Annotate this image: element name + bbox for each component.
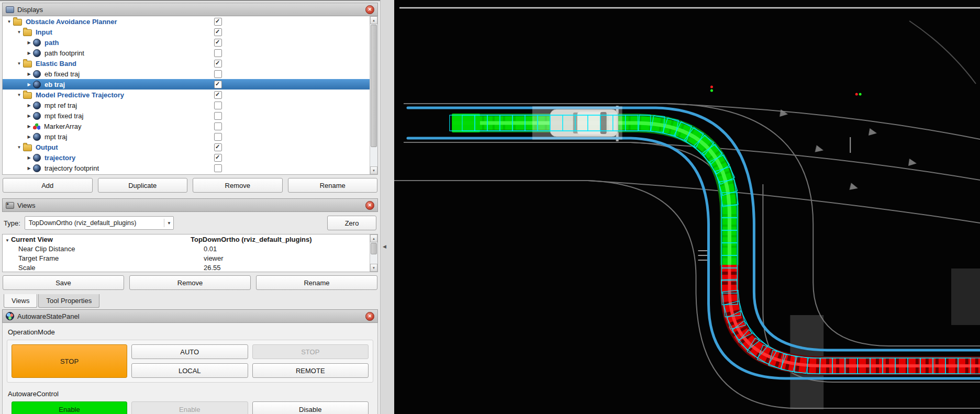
enable-active-button[interactable]: Enable xyxy=(12,401,127,414)
zero-button[interactable]: Zero xyxy=(327,216,376,230)
operation-mode-group: STOP AUTO STOP LOCAL REMOTE xyxy=(7,340,373,383)
scroll-up-icon[interactable]: ▲ xyxy=(370,234,377,242)
tree-row-path[interactable]: ▶path xyxy=(3,37,370,48)
rename-view-button[interactable]: Rename xyxy=(256,275,377,290)
displays-panel: Displays ✕ ▼Obstacle Avoidance Planner ▼… xyxy=(2,3,378,197)
expand-arrow-icon[interactable]: ▼ xyxy=(16,93,23,97)
autoware-control-group: Enable Enable Disable xyxy=(12,401,369,414)
save-button[interactable]: Save xyxy=(3,275,124,290)
scroll-up-icon[interactable]: ▲ xyxy=(370,16,377,24)
displays-close-icon[interactable]: ✕ xyxy=(365,5,374,14)
visibility-checkbox[interactable] xyxy=(214,60,222,68)
tree-row-trajectory-footprint[interactable]: ▶trajectory footprint xyxy=(3,163,370,173)
expand-arrow-icon[interactable]: ▶ xyxy=(26,114,32,118)
visibility-checkbox[interactable] xyxy=(214,154,222,162)
tree-row-eb-traj[interactable]: ▶eb traj xyxy=(3,79,370,89)
displays-panel-icon xyxy=(6,6,14,13)
expand-arrow-icon[interactable]: ▶ xyxy=(26,72,32,76)
expand-arrow-icon[interactable]: ▶ xyxy=(26,103,32,108)
remote-button[interactable]: REMOTE xyxy=(252,363,369,378)
rviz-3d-view[interactable] xyxy=(394,0,980,414)
autoware-close-icon[interactable]: ✕ xyxy=(365,312,374,321)
tree-row-path-footprint[interactable]: ▶path footprint xyxy=(3,48,370,58)
operation-mode-label: OperationMode xyxy=(8,328,373,336)
expand-arrow-icon[interactable]: ▶ xyxy=(26,124,32,129)
visibility-checkbox[interactable] xyxy=(214,28,222,36)
expand-arrow-icon[interactable]: ▶ xyxy=(26,82,32,87)
view-type-dropdown[interactable]: TopDownOrtho (rviz_default_plugins) ▼ xyxy=(25,216,174,230)
property-row-target-frame[interactable]: Target Frame viewer xyxy=(3,253,370,263)
tab-tool-properties[interactable]: Tool Properties xyxy=(38,294,99,308)
tree-row-eb-fixed-traj[interactable]: ▶eb fixed traj xyxy=(3,69,370,79)
stop-active-button[interactable]: STOP xyxy=(12,344,127,378)
views-close-icon[interactable]: ✕ xyxy=(365,201,374,210)
visibility-checkbox[interactable] xyxy=(214,18,222,26)
scroll-thumb[interactable] xyxy=(371,25,377,147)
display-icon xyxy=(33,39,41,47)
views-scrollbar[interactable]: ▲ ▼ xyxy=(370,234,377,272)
visibility-checkbox[interactable] xyxy=(214,143,222,151)
expand-arrow-icon[interactable]: ▼ xyxy=(16,30,23,35)
visibility-checkbox[interactable] xyxy=(214,122,222,130)
tree-row-mpt-traj[interactable]: ▶mpt traj xyxy=(3,131,370,142)
tree-row-model-predictive-trajectory[interactable]: ▼Model Predictive Trajectory xyxy=(3,89,370,100)
vehicle-bounding-box xyxy=(532,106,622,140)
visibility-checkbox[interactable] xyxy=(214,102,222,109)
scroll-down-icon[interactable]: ▼ xyxy=(370,264,377,272)
enable-disabled-button: Enable xyxy=(131,401,248,414)
visibility-checkbox[interactable] xyxy=(214,112,222,120)
expand-arrow-icon[interactable]: ▶ xyxy=(26,40,32,45)
add-button[interactable]: Add xyxy=(3,178,93,193)
property-row-scale[interactable]: Scale 26.55 xyxy=(3,263,370,272)
views-titlebar[interactable]: Views ✕ xyxy=(2,198,378,212)
tree-row-elastic-band[interactable]: ▼Elastic Band xyxy=(3,58,370,69)
side-panel-column: Displays ✕ ▼Obstacle Avoidance Planner ▼… xyxy=(0,0,380,414)
folder-icon xyxy=(13,19,22,26)
panel-splitter[interactable]: ◀ xyxy=(380,0,394,414)
remove-button[interactable]: Remove xyxy=(193,178,283,193)
tree-row-input[interactable]: ▼Input xyxy=(3,27,370,37)
tree-row-output[interactable]: ▼Output xyxy=(3,142,370,152)
autoware-titlebar[interactable]: AutowareStatePanel ✕ xyxy=(2,309,378,323)
views-panel-icon xyxy=(6,202,14,209)
bottom-tabs: Views Tool Properties xyxy=(2,294,378,308)
expand-arrow-icon[interactable]: ▶ xyxy=(26,51,32,55)
duplicate-button[interactable]: Duplicate xyxy=(98,178,188,193)
expand-arrow-icon[interactable]: ▼ xyxy=(16,145,23,150)
tree-row-trajectory[interactable]: ▶trajectory xyxy=(3,152,370,163)
remove-view-button[interactable]: Remove xyxy=(129,275,251,290)
expand-arrow-icon[interactable]: ▼ xyxy=(6,19,13,24)
displays-scrollbar[interactable]: ▲ ▼ xyxy=(370,16,377,174)
tab-views[interactable]: Views xyxy=(4,294,37,308)
expand-arrow-icon[interactable]: ▼ xyxy=(5,238,9,243)
visibility-checkbox[interactable] xyxy=(214,39,222,47)
rename-button[interactable]: Rename xyxy=(288,178,378,193)
scroll-thumb[interactable] xyxy=(371,243,377,254)
visibility-checkbox[interactable] xyxy=(214,164,222,172)
tree-row-marker-array[interactable]: ▶MarkerArray xyxy=(3,121,370,131)
visibility-checkbox[interactable] xyxy=(214,133,222,141)
visibility-checkbox[interactable] xyxy=(214,91,222,99)
tree-row-obstacle-avoidance-planner[interactable]: ▼Obstacle Avoidance Planner xyxy=(3,16,370,27)
visibility-checkbox[interactable] xyxy=(214,81,222,88)
expand-arrow-icon[interactable]: ▶ xyxy=(26,135,32,139)
folder-icon xyxy=(23,29,32,36)
visibility-checkbox[interactable] xyxy=(214,70,222,78)
visibility-checkbox[interactable] xyxy=(214,49,222,57)
autoware-control-label: AutowareControl xyxy=(8,390,373,398)
property-row-current-view[interactable]: ▼Current View TopDownOrtho (rviz_default… xyxy=(3,234,370,244)
tree-row-mpt-fixed-traj[interactable]: ▶mpt fixed traj xyxy=(3,110,370,121)
local-button[interactable]: LOCAL xyxy=(131,363,248,378)
collapse-arrow-icon[interactable]: ◀ xyxy=(383,244,386,249)
disable-button[interactable]: Disable xyxy=(252,401,369,414)
tree-row-mpt-ref-traj[interactable]: ▶mpt ref traj xyxy=(3,100,370,110)
property-row-near-clip[interactable]: Near Clip Distance 0.01 xyxy=(3,244,370,253)
chevron-down-icon: ▼ xyxy=(164,219,171,227)
views-panel: Views ✕ Type: TopDownOrtho (rviz_default… xyxy=(2,198,378,308)
expand-arrow-icon[interactable]: ▼ xyxy=(16,61,23,66)
expand-arrow-icon[interactable]: ▶ xyxy=(26,155,32,160)
scroll-down-icon[interactable]: ▼ xyxy=(370,166,377,174)
expand-arrow-icon[interactable]: ▶ xyxy=(26,166,32,171)
auto-button[interactable]: AUTO xyxy=(131,344,248,359)
displays-titlebar[interactable]: Displays ✕ xyxy=(2,3,378,16)
